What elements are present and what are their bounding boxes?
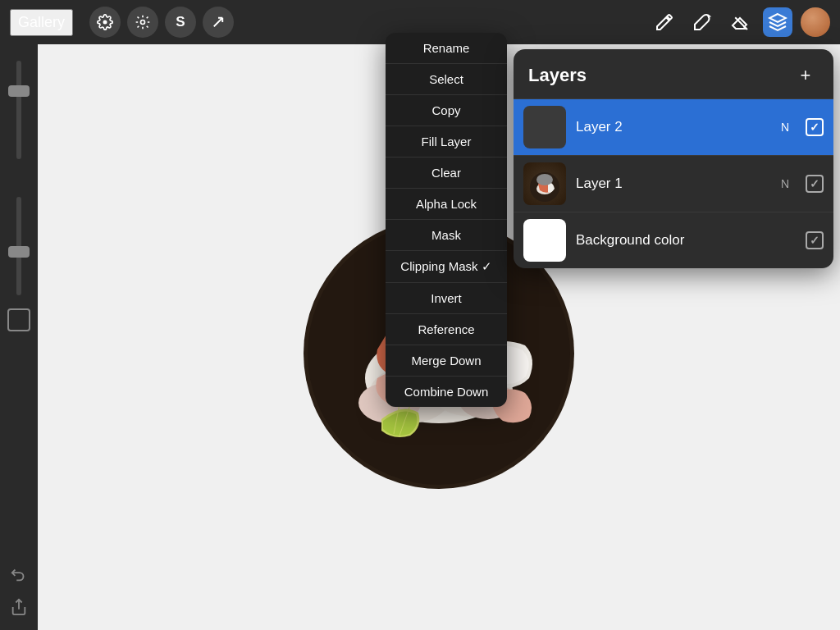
layers-header: Layers + [514,49,833,98]
share-button[interactable] [6,594,32,620]
layer2-visibility[interactable]: ✓ [806,118,824,136]
menu-item-clear[interactable]: Clear [386,158,507,189]
background-name: Background color [576,232,779,249]
left-sidebar [0,44,38,630]
layer1-visibility[interactable]: ✓ [806,175,824,193]
layer-row-layer2[interactable]: Layer 2 N ✓ [514,98,833,155]
menu-item-reference[interactable]: Reference [386,314,507,345]
layer2-thumbnail [523,106,566,148]
layer1-check-icon: ✓ [810,177,819,190]
layer1-thumb-oval [536,174,553,185]
menu-item-merge-down[interactable]: Merge Down [386,345,507,377]
svg-marker-1 [769,14,786,22]
menu-item-combine-down[interactable]: Combine Down [386,377,507,407]
menu-item-alpha-lock[interactable]: Alpha Lock [386,189,507,220]
layer1-mode: N [781,177,789,190]
layers-add-button[interactable]: + [792,62,819,89]
layer2-check-icon: ✓ [810,121,819,134]
menu-item-clipping-mask[interactable]: Clipping Mask ✓ [386,251,507,283]
adjustments-button[interactable] [127,7,158,38]
menu-item-copy[interactable]: Copy [386,95,507,126]
layer1-name: Layer 1 [576,176,771,192]
brush-tool-button[interactable] [650,7,679,37]
color-square[interactable] [7,308,30,331]
background-visibility[interactable]: ✓ [806,231,824,249]
layer1-thumb-sushi [523,162,566,205]
selection-button[interactable]: S [165,7,196,38]
sidebar-bottom-actions [6,561,32,620]
layer-row-background[interactable]: Background color ✓ [514,212,833,268]
settings-button[interactable] [89,7,121,38]
svg-point-0 [141,21,145,25]
layers-tool-button[interactable] [763,7,792,37]
layers-panel: Layers + Layer 2 N ✓ Layer 1 N ✓ [514,49,833,268]
opacity-slider[interactable] [16,197,21,295]
menu-item-rename[interactable]: Rename [386,33,507,64]
layer2-name: Layer 2 [576,119,771,135]
smudge-tool-button[interactable] [687,7,717,37]
toolbar-right [650,7,830,37]
opacity-thumb[interactable] [8,246,30,258]
background-check-icon: ✓ [810,234,819,247]
undo-button[interactable] [6,561,32,587]
menu-item-fill-layer[interactable]: Fill Layer [386,126,507,158]
gallery-button[interactable]: Gallery [10,9,73,36]
layer-row-layer1[interactable]: Layer 1 N ✓ [514,155,833,212]
background-thumbnail [523,219,566,262]
brush-size-slider[interactable] [16,61,21,159]
menu-item-select[interactable]: Select [386,64,507,95]
layer2-mode: N [781,121,789,134]
menu-item-invert[interactable]: Invert [386,283,507,314]
layers-title: Layers [528,65,587,86]
layer1-thumbnail [523,162,566,205]
context-menu: Rename Select Copy Fill Layer Clear Alph… [386,33,507,407]
eraser-tool-button[interactable] [725,7,755,37]
brush-size-thumb[interactable] [8,85,30,97]
menu-item-mask[interactable]: Mask [386,220,507,251]
avatar[interactable] [801,7,830,37]
transform-button[interactable] [203,7,234,38]
